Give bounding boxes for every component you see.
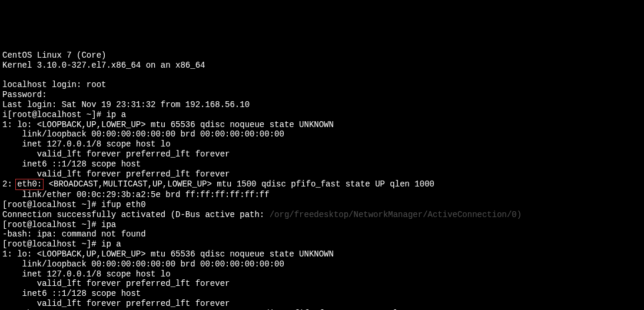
iface-lo-header-1: 1: lo: <LOOPBACK,UP,LOWER_UP> mtu 65536 …	[2, 120, 334, 129]
bash-error: -bash: ipa: command not found	[2, 229, 146, 239]
password-prompt: Password:	[2, 90, 47, 99]
lo-link-1: link/loopback 00:00:00:00:00:00 brd 00:0…	[2, 129, 284, 139]
login-prompt: localhost login: root	[2, 80, 106, 89]
kernel-banner: Kernel 3.10.0-327.el7.x86_64 on an x86_6…	[2, 61, 205, 70]
lo-link-2: link/loopback 00:00:00:00:00:00 brd 00:0…	[2, 259, 284, 269]
prompt-ip-a-2: [root@localhost ~]# ip a	[2, 239, 121, 249]
iface-lo-header-2: 1: lo: <LOOPBACK,UP,LOWER_UP> mtu 65536 …	[2, 249, 334, 259]
lo-valid-2: valid_lft forever preferred_lft forever	[2, 279, 230, 288]
lo-inet-2: inet 127.0.0.1/8 scope host lo	[2, 269, 171, 279]
lo-valid6-2: valid_lft forever preferred_lft forever	[2, 299, 230, 308]
dbus-msg-b: /org/freedesktop/NetworkManager/ActiveCo…	[270, 210, 522, 219]
iface-eth0-suffix: <BROADCAST,MULTICAST,UP,LOWER_UP> mtu 15…	[44, 179, 434, 189]
lo-valid6-1: valid_lft forever preferred_lft forever	[2, 169, 230, 179]
eth0-highlight: eth0:	[15, 179, 44, 190]
last-login: Last login: Sat Nov 19 23:31:32 from 192…	[2, 100, 250, 109]
prompt-ip-a-1: i[root@localhost ~]# ip a	[2, 110, 126, 119]
lo-valid-1: valid_lft forever preferred_lft forever	[2, 149, 230, 159]
lo-inet-1: inet 127.0.0.1/8 scope host lo	[2, 139, 171, 149]
lo-inet6-2: inet6 ::1/128 scope host	[2, 289, 141, 298]
os-banner: CentOS Linux 7 (Core)	[2, 51, 106, 60]
dbus-msg-a: Connection successfully activated (D-Bus…	[2, 210, 270, 219]
prompt-ipa: [root@localhost ~]# ipa	[2, 220, 116, 229]
eth0-link-1: link/ether 00:0c:29:3b:a2:5e brd ff:ff:f…	[2, 190, 270, 199]
terminal-output[interactable]: CentOS Linux 7 (Core) Kernel 3.10.0-327.…	[0, 39, 644, 310]
prompt-ifup: [root@localhost ~]# ifup eth0	[2, 200, 146, 209]
lo-inet6-1: inet6 ::1/128 scope host	[2, 159, 141, 169]
